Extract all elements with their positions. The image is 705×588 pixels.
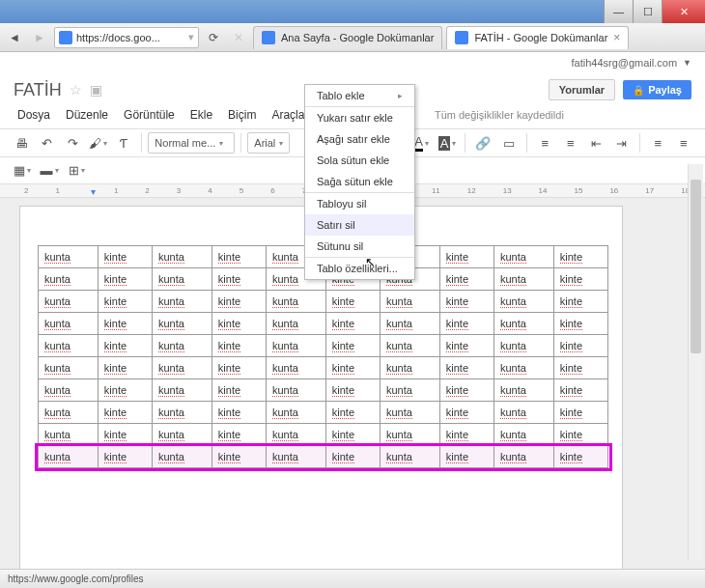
forward-icon[interactable]: ► (29, 27, 50, 48)
table-cell[interactable]: kinte (439, 446, 494, 468)
refresh-icon[interactable]: ⟳ (203, 27, 224, 48)
table-cell[interactable]: kunta (266, 291, 325, 313)
table-cell[interactable]: kinte (98, 335, 152, 357)
menu-görüntüle[interactable]: Görüntüle (116, 105, 183, 125)
table-cell[interactable]: kinte (439, 335, 494, 357)
table-cell[interactable]: kunta (39, 335, 99, 357)
table-row[interactable]: kuntakintekuntakintekuntakintekuntakinte… (39, 313, 608, 335)
table-cell[interactable]: kunta (494, 313, 553, 335)
window-maximize-button[interactable]: ☐ (633, 0, 662, 23)
tab-close-icon[interactable]: × (613, 31, 620, 44)
table-cell[interactable]: kunta (266, 424, 325, 446)
table-cell[interactable]: kinte (553, 379, 607, 402)
table-cell[interactable]: kunta (39, 268, 99, 291)
table-cell[interactable]: kunta (266, 446, 325, 468)
table-cell[interactable]: kinte (553, 446, 607, 468)
highlight-icon[interactable]: A (436, 131, 459, 154)
table-cell[interactable]: kinte (98, 446, 152, 468)
menu-dosya[interactable]: Dosya (10, 105, 58, 125)
table-cell[interactable]: kinte (439, 424, 494, 446)
table-cell[interactable]: kinte (98, 379, 152, 402)
table-cell[interactable]: kunta (380, 446, 439, 468)
table-cell[interactable]: kunta (39, 291, 99, 313)
table-row[interactable]: kuntakintekuntakintekuntakintekuntakinte… (39, 357, 608, 379)
table-cell[interactable]: kinte (98, 268, 152, 291)
table-cell[interactable]: kinte (212, 291, 266, 313)
table-cell[interactable]: kunta (380, 424, 439, 446)
comments-button[interactable]: Yorumlar (549, 79, 615, 100)
scrollbar-thumb[interactable] (691, 180, 701, 353)
table-cell[interactable]: kinte (439, 246, 494, 268)
table-cell[interactable]: kunta (152, 446, 212, 468)
table-cell[interactable]: kunta (152, 291, 212, 313)
table-cell[interactable]: kunta (380, 335, 439, 357)
table-cell[interactable]: kunta (494, 246, 553, 268)
table-cell[interactable]: kunta (39, 424, 99, 446)
table-cell[interactable]: kinte (212, 335, 266, 357)
table-cell[interactable]: kinte (553, 357, 607, 379)
back-icon[interactable]: ◄ (4, 27, 25, 48)
indent-icon[interactable]: ⇥ (610, 131, 634, 154)
table-cell[interactable]: kunta (152, 246, 212, 268)
table-cell[interactable]: kinte (98, 402, 152, 424)
paint-format-icon[interactable]: 🖌 (86, 131, 109, 154)
table-cell[interactable]: kunta (266, 335, 325, 357)
table-cell[interactable]: kunta (494, 446, 553, 468)
table-cell[interactable]: kunta (152, 424, 212, 446)
table-cell[interactable]: kunta (266, 402, 325, 424)
window-minimize-button[interactable]: — (604, 0, 633, 23)
table-cell[interactable]: kinte (325, 291, 380, 313)
table-row[interactable]: kuntakintekuntakintekuntakintekuntakinte… (39, 424, 608, 446)
bulleted-list-icon[interactable]: ≡ (559, 131, 582, 154)
table-cell[interactable]: kinte (325, 402, 380, 424)
table-cell[interactable]: kinte (212, 268, 266, 291)
menu-item[interactable]: Tablo özellikleri... (305, 258, 414, 279)
table-cell[interactable]: kinte (212, 379, 266, 402)
table-cell[interactable]: kinte (212, 357, 266, 379)
table-cell[interactable]: kunta (494, 291, 553, 313)
menu-item[interactable]: Aşağı satır ekle (305, 128, 414, 150)
table-cell[interactable]: kinte (553, 313, 607, 335)
table-cell[interactable]: kunta (39, 357, 99, 379)
browser-tab-0[interactable]: Ana Sayfa - Google Dokümanlar (253, 26, 442, 49)
table-cell[interactable]: kunta (152, 335, 212, 357)
table-cell[interactable]: kunta (494, 402, 553, 424)
table-cell[interactable]: kunta (494, 424, 553, 446)
table-cell[interactable]: kunta (266, 379, 325, 402)
style-selector[interactable]: Normal me...▾ (148, 132, 235, 154)
table-cell[interactable]: kunta (39, 379, 99, 402)
table-cell[interactable]: kunta (380, 402, 439, 424)
table-cell[interactable]: kunta (380, 313, 439, 335)
table-cell[interactable]: kinte (325, 424, 380, 446)
star-icon[interactable]: ☆ (70, 82, 82, 98)
table-cell[interactable]: kinte (98, 357, 152, 379)
table-cell[interactable]: kunta (380, 379, 439, 402)
share-button[interactable]: 🔒 Paylaş (623, 80, 691, 99)
table-row[interactable]: kuntakintekuntakintekuntakintekuntakinte… (39, 402, 608, 424)
table-cell[interactable]: kunta (266, 357, 325, 379)
line-spacing-icon[interactable]: ≡ (671, 131, 694, 154)
table-cell[interactable]: kunta (152, 268, 212, 291)
print-icon[interactable]: 🖶 (10, 131, 33, 154)
menu-item[interactable]: Sağa sütun ekle (305, 171, 414, 192)
vertical-scrollbar[interactable] (688, 164, 703, 560)
table-cell[interactable]: kinte (553, 402, 607, 424)
table-cell[interactable]: kinte (553, 335, 607, 357)
table-cell[interactable]: kinte (98, 424, 152, 446)
table-row[interactable]: kuntakintekuntakintekuntakintekuntakinte… (39, 446, 608, 468)
table-cell[interactable]: kinte (553, 268, 607, 291)
table-row[interactable]: kuntakintekuntakintekuntakintekuntakinte… (39, 379, 608, 402)
outdent-icon[interactable]: ⇤ (584, 131, 607, 154)
table-cell[interactable]: kunta (39, 402, 99, 424)
table-cell[interactable]: kinte (212, 424, 266, 446)
table-cell[interactable]: kunta (380, 291, 439, 313)
table-cell[interactable]: kinte (439, 313, 494, 335)
menu-item[interactable]: Sola sütun ekle (305, 150, 414, 171)
redo-icon[interactable]: ↷ (61, 131, 84, 154)
table-cell[interactable]: kinte (212, 402, 266, 424)
table-cell[interactable]: kinte (325, 379, 380, 402)
window-close-button[interactable]: ✕ (662, 0, 705, 23)
doc-title[interactable]: FATİH (14, 80, 62, 100)
user-email[interactable]: fatih44srg@gmail.com (571, 57, 677, 69)
table-cell[interactable]: kinte (212, 446, 266, 468)
